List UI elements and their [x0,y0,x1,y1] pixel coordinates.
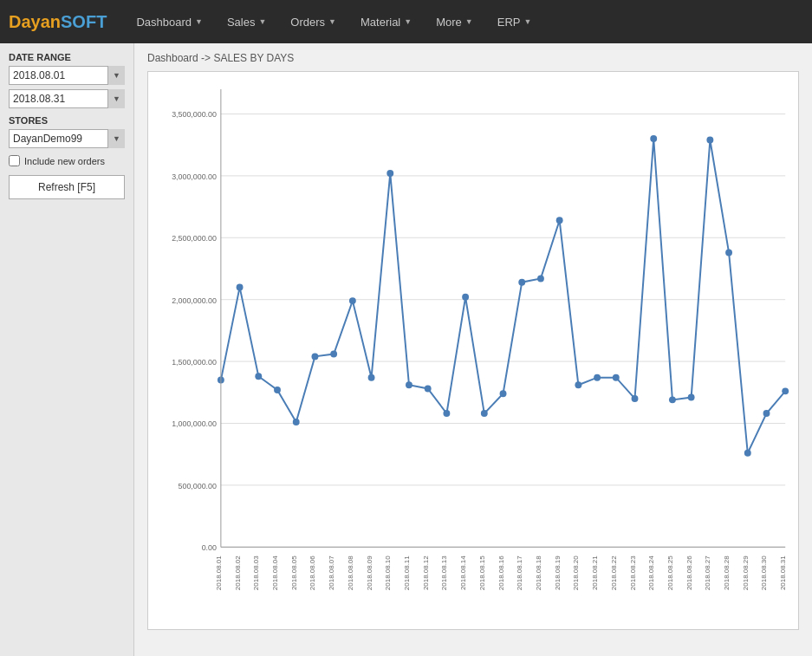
svg-text:3,500,000.00: 3,500,000.00 [172,110,217,119]
svg-point-65 [556,217,563,224]
nav-arrow-icon: ▼ [523,17,531,26]
svg-text:2,000,000.00: 2,000,000.00 [172,296,217,305]
svg-point-54 [349,297,356,304]
main-layout: DATE RANGE ▼ ▼ STORES ▼ Include new orde… [0,43,812,656]
svg-text:2018.08.24: 2018.08.24 [647,555,655,590]
nav-item-orders[interactable]: Orders▼ [278,0,348,43]
sales-chart: 0.00500,000.001,000,000.001,500,000.002,… [148,72,798,629]
svg-text:3,000,000.00: 3,000,000.00 [172,172,217,181]
svg-text:2018.08.28: 2018.08.28 [723,555,731,590]
refresh-button[interactable]: Refresh [F5] [9,175,125,199]
chart-container: 0.00500,000.001,000,000.001,500,000.002,… [147,71,799,630]
svg-point-58 [425,386,432,393]
date-to-wrap: ▼ [9,89,125,108]
svg-text:2018.08.31: 2018.08.31 [779,555,787,590]
svg-text:2018.08.13: 2018.08.13 [440,555,448,590]
svg-point-64 [537,275,544,282]
brand-soft: SOFT [61,12,107,31]
svg-point-49 [255,373,262,380]
svg-point-76 [763,410,770,417]
svg-point-51 [293,419,300,425]
nav-menu: Dashboard▼Sales▼Orders▼Material▼More▼ERP… [124,0,543,43]
store-select-wrap: ▼ [9,129,125,148]
svg-text:2018.08.08: 2018.08.08 [347,555,354,590]
nav-item-label: Material [361,16,400,29]
store-select[interactable] [9,129,125,148]
svg-text:0.00: 0.00 [202,543,217,552]
brand-logo[interactable]: DayanSOFT [9,12,107,32]
svg-text:2018.08.23: 2018.08.23 [629,555,637,590]
svg-point-61 [481,410,488,417]
svg-text:2018.08.26: 2018.08.26 [685,555,693,590]
svg-point-48 [237,283,244,290]
svg-text:1,500,000.00: 1,500,000.00 [172,358,217,367]
svg-point-62 [500,390,507,397]
stores-label: STORES [9,115,125,126]
nav-item-sales[interactable]: Sales▼ [215,0,278,43]
nav-arrow-icon: ▼ [328,17,336,26]
svg-text:2018.08.11: 2018.08.11 [403,555,411,590]
svg-point-74 [725,249,732,256]
svg-point-60 [462,294,469,301]
svg-point-59 [443,410,450,417]
svg-text:2018.08.19: 2018.08.19 [554,555,562,590]
svg-point-73 [706,136,713,143]
nav-item-material[interactable]: Material▼ [348,0,424,43]
svg-point-77 [782,387,789,394]
svg-point-71 [669,396,676,403]
svg-text:500,000.00: 500,000.00 [179,482,217,490]
svg-text:2018.08.27: 2018.08.27 [704,555,711,590]
svg-text:2018.08.05: 2018.08.05 [290,555,298,590]
svg-text:2018.08.07: 2018.08.07 [328,555,335,590]
content-area: Dashboard -> SALES BY DAYS 0.00500,000.0… [134,43,812,656]
include-new-orders-label: Include new orders [24,156,105,166]
include-new-orders-checkbox[interactable] [9,155,20,166]
svg-text:2018.08.01: 2018.08.01 [215,555,223,590]
svg-text:2018.08.06: 2018.08.06 [309,555,316,590]
svg-text:2018.08.29: 2018.08.29 [742,555,750,590]
breadcrumb: Dashboard -> SALES BY DAYS [147,52,799,64]
date-from-input[interactable] [9,66,125,85]
svg-text:2018.08.18: 2018.08.18 [535,555,542,590]
svg-point-69 [632,395,639,402]
svg-text:2018.08.09: 2018.08.09 [366,555,374,590]
brand-dayan: Dayan [9,12,61,31]
svg-text:2018.08.03: 2018.08.03 [252,555,260,590]
svg-point-70 [650,135,657,142]
nav-item-label: More [436,16,462,29]
svg-text:2018.08.12: 2018.08.12 [422,555,430,590]
svg-text:2018.08.25: 2018.08.25 [666,555,674,590]
nav-item-erp[interactable]: ERP▼ [485,0,544,43]
nav-item-label: Sales [227,16,256,29]
svg-text:2018.08.20: 2018.08.20 [572,555,580,590]
date-to-input[interactable] [9,89,125,108]
nav-arrow-icon: ▼ [465,17,473,26]
nav-item-label: Orders [290,16,325,29]
svg-text:2018.08.15: 2018.08.15 [478,555,486,590]
svg-point-63 [518,279,525,286]
svg-text:2018.08.22: 2018.08.22 [610,555,618,590]
svg-text:2018.08.14: 2018.08.14 [459,555,467,590]
svg-point-55 [368,374,375,381]
svg-text:2,500,000.00: 2,500,000.00 [172,234,217,243]
svg-text:2018.08.04: 2018.08.04 [271,555,279,590]
include-new-orders-row: Include new orders [9,155,125,166]
nav-item-more[interactable]: More▼ [424,0,485,43]
svg-text:2018.08.30: 2018.08.30 [761,555,769,590]
nav-item-label: Dashboard [136,16,192,29]
svg-text:1,000,000.00: 1,000,000.00 [172,419,217,428]
nav-arrow-icon: ▼ [404,17,412,26]
svg-point-50 [274,386,281,393]
svg-point-67 [594,374,601,381]
svg-point-68 [613,374,620,381]
svg-text:2018.08.16: 2018.08.16 [497,555,505,590]
svg-text:2018.08.02: 2018.08.02 [234,555,242,590]
svg-point-53 [330,351,337,358]
svg-point-56 [387,170,393,177]
date-from-wrap: ▼ [9,66,125,85]
nav-item-dashboard[interactable]: Dashboard▼ [124,0,215,43]
sidebar: DATE RANGE ▼ ▼ STORES ▼ Include new orde… [0,43,134,656]
date-range-label: DATE RANGE [9,52,125,62]
svg-point-72 [688,394,695,401]
svg-point-75 [744,450,751,457]
